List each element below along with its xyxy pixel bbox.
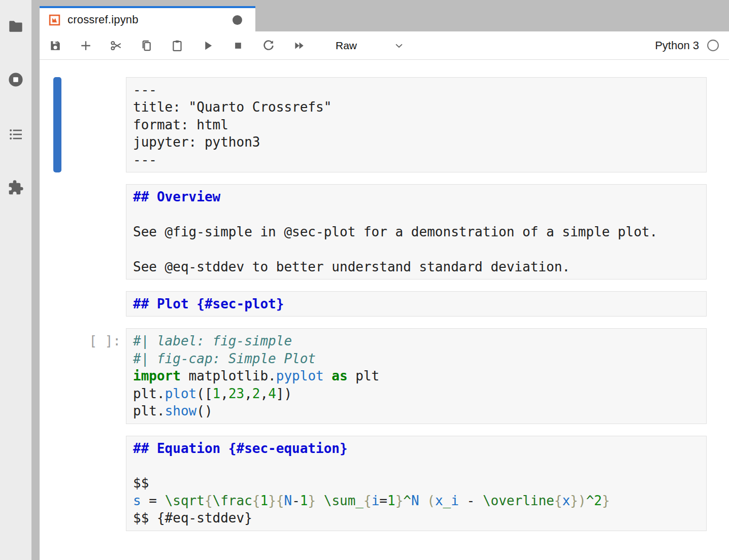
cell-prompt: [40, 291, 126, 295]
cut-cells-button[interactable]: [105, 34, 127, 57]
cell-gutter: [40, 291, 126, 317]
run-cell-button[interactable]: [196, 34, 219, 57]
code-line: format: html: [133, 116, 700, 133]
folder-icon: [8, 18, 24, 34]
cell-row-markdown: ## Plot {#sec-plot}: [40, 291, 707, 317]
code-line: ---: [133, 151, 700, 168]
restart-icon: [261, 39, 276, 53]
save-button[interactable]: [44, 34, 67, 57]
paste-cells-button[interactable]: [166, 34, 188, 57]
kernel-indicator[interactable]: Python 3: [655, 39, 719, 52]
puzzle-icon: [8, 180, 24, 196]
code-line: $$: [133, 474, 700, 492]
code-line: ## Overview: [133, 188, 700, 205]
cell-row-code: [ ]:#| label: fig-simple#| fig-cap: Simp…: [40, 328, 707, 424]
kernel-name: Python 3: [655, 39, 699, 52]
cell-collapser[interactable]: [53, 77, 61, 172]
tab-crossref-ipynb[interactable]: crossref.ipynb: [40, 6, 255, 31]
code-line: title: "Quarto Crossrefs": [133, 98, 700, 116]
cell-collapser[interactable]: [53, 184, 61, 279]
cell-gutter: [ ]:: [40, 328, 126, 424]
sidebar-item-table-of-contents[interactable]: [7, 126, 24, 143]
interrupt-kernel-button[interactable]: [227, 34, 249, 57]
cell-collapser[interactable]: [53, 291, 61, 317]
notebook-icon: [48, 14, 61, 26]
insert-cell-button[interactable]: [75, 34, 97, 57]
code-line: #| label: fig-simple: [133, 332, 700, 349]
cell-gutter: [40, 436, 126, 531]
cell-prompt: [40, 77, 126, 81]
sidebar-divider: [31, 0, 40, 560]
code-line: [133, 205, 700, 223]
code-line: plt.plot([1,23,2,4]): [133, 385, 700, 402]
run-icon: [201, 39, 215, 53]
cell-editor[interactable]: ## Plot {#sec-plot}: [126, 291, 707, 317]
code-line: $$ {#eq-stddev}: [133, 509, 700, 527]
tab-dirty-indicator[interactable]: [233, 15, 242, 25]
kernel-status-icon: [707, 39, 719, 52]
cell-row-raw: ---title: "Quarto Crossrefs"format: html…: [40, 77, 707, 172]
cell-editor[interactable]: #| label: fig-simple#| fig-cap: Simple P…: [126, 328, 707, 424]
sidebar-item-file-browser[interactable]: [7, 18, 24, 35]
cell-collapser[interactable]: [53, 328, 61, 424]
restart-run-all-button[interactable]: [288, 34, 310, 57]
cell-prompt: [40, 184, 126, 188]
cell-collapser[interactable]: [53, 436, 61, 531]
chevron-down-icon: [393, 40, 405, 51]
code-line: ## Equation {#sec-equation}: [133, 440, 700, 457]
plus-icon: [79, 39, 93, 53]
cell-editor[interactable]: ---title: "Quarto Crossrefs"format: html…: [126, 77, 707, 172]
table-of-contents-icon: [8, 126, 24, 143]
cell-type-value: Raw: [336, 40, 357, 52]
cell-prompt: [ ]:: [40, 328, 126, 349]
code-line: See @fig-simple in @sec-plot for a demon…: [133, 223, 700, 240]
tab-bar: crossref.ipynb: [40, 0, 729, 31]
fast-forward-icon: [292, 39, 306, 53]
cell-row-markdown: ## Overview See @fig-simple in @sec-plot…: [40, 184, 707, 279]
sidebar-item-extensions[interactable]: [7, 179, 24, 196]
notebook-panel: ---title: "Quarto Crossrefs"format: html…: [40, 60, 729, 560]
cell-editor[interactable]: ## Overview See @fig-simple in @sec-plot…: [126, 184, 707, 279]
tab-title: crossref.ipynb: [68, 13, 139, 26]
cells: ---title: "Quarto Crossrefs"format: html…: [40, 77, 729, 531]
code-line: jupyter: python3: [133, 133, 700, 151]
code-line: s = \sqrt{\frac{1}{N-1} \sum_{i=1}^N (x_…: [133, 492, 700, 509]
code-line: plt.show(): [133, 402, 700, 419]
sidebar-item-running-sessions[interactable]: [7, 71, 24, 88]
notebook-toolbar: Raw Python 3: [40, 31, 729, 60]
cell-gutter: [40, 184, 126, 279]
code-line: ## Plot {#sec-plot}: [133, 295, 700, 312]
code-line: [133, 457, 700, 474]
restart-kernel-button[interactable]: [257, 34, 280, 57]
copy-cells-button[interactable]: [136, 34, 158, 57]
copy-icon: [140, 39, 154, 53]
cell-gutter: [40, 77, 126, 172]
code-line: ---: [133, 81, 700, 98]
paste-icon: [170, 39, 184, 53]
code-line: import matplotlib.pyplot as plt: [133, 367, 700, 384]
activity-sidebar: [0, 0, 31, 560]
code-line: See @eq-stddev to better understand stan…: [133, 258, 700, 275]
cell-type-select[interactable]: Raw: [336, 40, 405, 52]
save-icon: [48, 39, 62, 53]
cut-icon: [109, 39, 123, 53]
code-line: #| fig-cap: Simple Plot: [133, 350, 700, 367]
code-line: [133, 240, 700, 258]
cell-row-markdown: ## Equation {#sec-equation} $$s = \sqrt{…: [40, 436, 707, 531]
stop-icon: [231, 39, 245, 53]
running-sessions-icon: [7, 71, 24, 88]
cell-editor[interactable]: ## Equation {#sec-equation} $$s = \sqrt{…: [126, 436, 707, 531]
cell-prompt: [40, 436, 126, 440]
